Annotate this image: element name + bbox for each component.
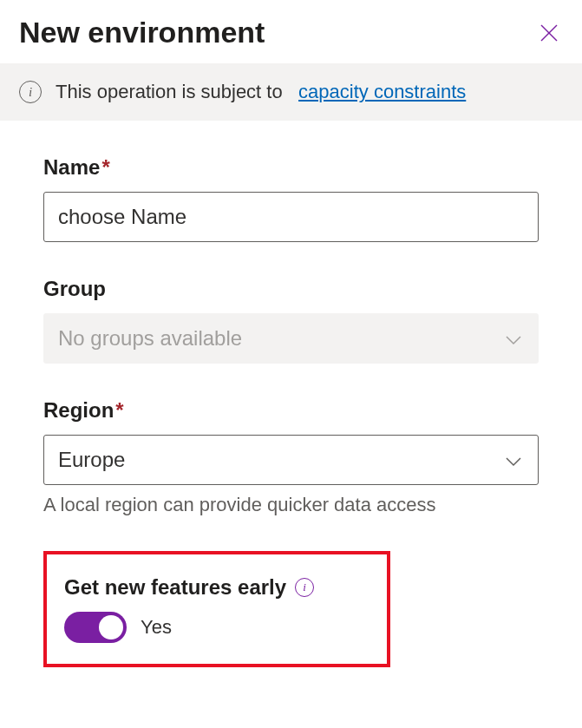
group-placeholder: No groups available [58,326,242,351]
name-label: Name* [43,155,539,180]
group-select: No groups available [43,313,539,364]
chevron-down-icon [505,448,522,472]
close-icon [539,23,559,43]
region-select[interactable]: Europe [43,435,539,485]
info-banner: i This operation is subject to capacity … [0,63,582,121]
info-icon: i [19,81,42,103]
early-features-label: Get new features early [64,575,286,600]
name-field: Name* [43,155,539,242]
early-features-value: Yes [141,616,172,639]
early-features-toggle[interactable] [64,612,127,643]
banner-text: This operation is subject to [56,81,283,102]
required-indicator: * [101,155,109,179]
capacity-constraints-link[interactable]: capacity constraints [298,81,466,102]
group-label: Group [43,277,539,301]
chevron-down-icon [505,326,522,351]
info-icon[interactable]: i [295,578,314,597]
highlight-box: Get new features early i Yes [43,551,390,667]
required-indicator: * [115,398,123,422]
panel-title: New environment [19,16,265,49]
toggle-thumb [99,615,123,639]
group-field: Group No groups available [43,277,539,364]
region-field: Region* Europe A local region can provid… [43,398,539,516]
region-helper-text: A local region can provide quicker data … [43,494,539,516]
close-button[interactable] [535,19,563,47]
name-input[interactable] [43,192,539,242]
region-label: Region* [43,398,539,423]
region-value: Europe [58,448,125,472]
